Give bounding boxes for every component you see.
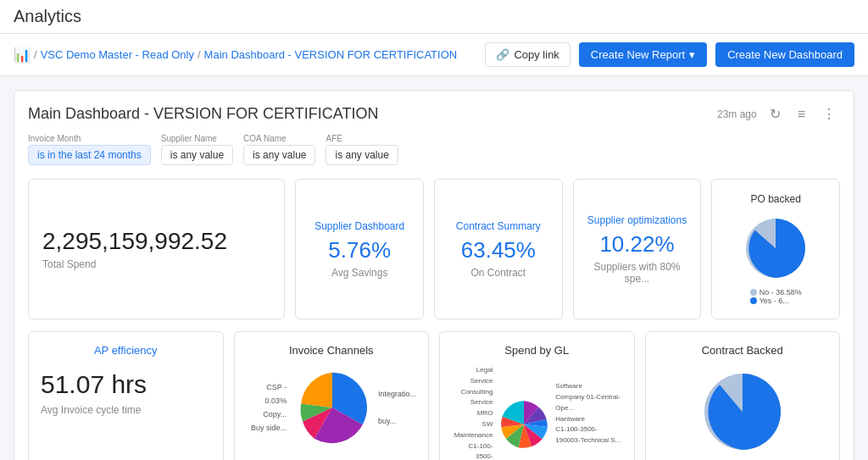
supplier-opt-title: Supplier optimizations [587,214,687,226]
inv-left-labels: CSP - 0.03% Copy... Buy side... [247,380,287,435]
filter-icon-button[interactable]: ≡ [793,105,810,124]
contract-summary-value: 63.45% [461,237,536,263]
contract-summary-label: On Contract [470,267,526,279]
invoice-channels-pie [293,365,371,450]
filter-invoice-month: Invoice Month is in the last 24 months [28,134,151,165]
kpi-row: 2,295,159,992.52 Total Spend Supplier Da… [28,179,840,319]
breadcrumb-sep-2: / [198,48,201,61]
po-backed-pie [737,210,814,286]
filter-coa-name: COA Name is any value [243,134,315,165]
supplier-dashboard-label: Avg Savings [331,267,388,279]
breadcrumb: 📊 / VSC Demo Master - Read Only / Main D… [14,47,457,63]
filters-row: Invoice Month is in the last 24 months S… [28,134,840,165]
dashboard-container: Main Dashboard - VERSION FOR CERTIFICATI… [14,90,854,460]
total-spend-label: Total Spend [42,258,96,270]
spend-by-gl-title: Spend by GL [452,344,622,357]
create-report-button[interactable]: Create New Report ▾ [579,42,707,67]
breadcrumb-vsc-demo[interactable]: VSC Demo Master - Read Only [41,48,194,61]
chevron-down-icon: ▾ [689,48,695,61]
po-backed-title: PO backed [750,193,800,205]
contract-summary-title: Contract Summary [456,220,541,232]
chart-spend-by-gl: Spend by GL Legal Service Consulting Ser… [439,331,635,460]
dashboard-header: Main Dashboard - VERSION FOR CERTIFICATI… [28,104,840,124]
inv-right-labels: Integratio... buy... [378,387,416,429]
main-content: Main Dashboard - VERSION FOR CERTIFICATI… [0,76,868,460]
last-updated: 23m ago [717,108,757,120]
filter-supplier-name: Supplier Name is any value [161,134,233,165]
bottom-row: AP efficiency 51.07 hrs Avg Invoice cycl… [28,331,840,460]
kpi-po-backed: PO backed No - 36.58% Yes - 6... [711,179,840,319]
create-dashboard-button[interactable]: Create New Dashboard [715,42,854,67]
invoice-channels-title: Invoice Channels [247,344,417,357]
contract-backed-pie [696,365,789,458]
filter-afe: AFE is any value [326,134,398,165]
kpi-supplier-optimizations: Supplier optimizations 10.22% Suppliers … [573,179,702,319]
dashboard-title: Main Dashboard - VERSION FOR CERTIFICATI… [28,105,378,123]
breadcrumb-bar: 📊 / VSC Demo Master - Read Only / Main D… [0,34,868,76]
gl-right-labels: Software Company 01-Central-Ope... Hardw… [555,381,621,460]
breadcrumb-sep-1: / [34,48,37,61]
link-icon: 🔗 [496,48,509,61]
more-options-button[interactable]: ⋮ [818,104,840,124]
copy-link-button[interactable]: 🔗 Copy link [485,42,570,67]
kpi-total-spend: 2,295,159,992.52 Total Spend [28,179,285,319]
kpi-contract-summary: Contract Summary 63.45% On Contract [434,179,563,319]
dashboard-meta: 23m ago ↻ ≡ ⋮ [717,104,840,124]
ap-efficiency-value: 51.07 hrs [41,370,147,398]
supplier-dashboard-title: Supplier Dashboard [314,220,404,232]
refresh-button[interactable]: ↻ [765,104,785,124]
chart-invoice-channels: Invoice Channels CSP - 0.03% Copy... Buy… [234,331,430,460]
kpi-supplier-dashboard: Supplier Dashboard 5.76% Avg Savings [295,179,424,319]
po-backed-chart: No - 36.58% Yes - 6... [737,210,814,305]
breadcrumb-actions: 🔗 Copy link Create New Report ▾ Create N… [485,42,854,67]
supplier-dashboard-value: 5.76% [328,237,391,263]
supplier-opt-value: 10.22% [599,231,674,258]
app-title-bar: Analytics [0,0,868,34]
ap-efficiency-title: AP efficiency [41,344,211,357]
gl-left-labels: Legal Service Consulting Service MRO SW … [452,365,492,460]
supplier-opt-label: Suppliers with 80% spe... [587,261,687,285]
app-title: Analytics [14,7,81,26]
po-backed-legend: No - 36.58% Yes - 6... [750,288,802,305]
contract-backed-title: Contract Backed [658,344,828,357]
ap-efficiency-label: Avg Invoice cycle time [41,404,211,416]
chart-contract-backed: Contract Backed No - 36.55% Yes - 63.45% [645,331,841,460]
breadcrumb-main-dashboard: Main Dashboard - VERSION FOR CERTIFICATI… [204,48,458,61]
chart-ap-efficiency: AP efficiency 51.07 hrs Avg Invoice cycl… [28,331,224,460]
total-spend-value: 2,295,159,992.52 [42,228,227,255]
chart-icon: 📊 [14,47,31,63]
spend-by-gl-pie [498,382,550,460]
